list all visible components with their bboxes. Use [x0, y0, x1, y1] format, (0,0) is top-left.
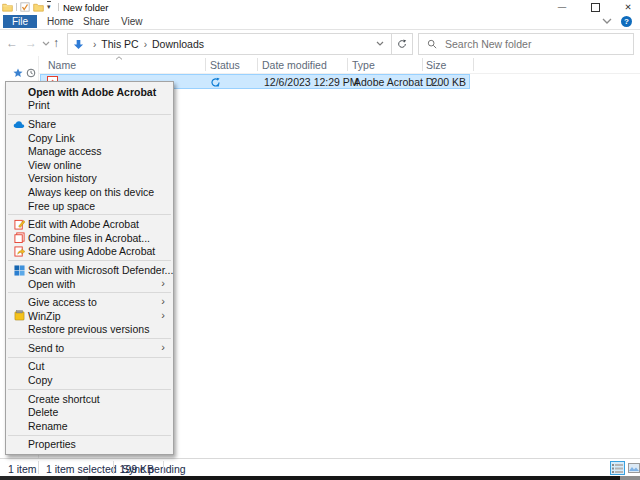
menu-item-label: Open with [28, 278, 75, 290]
forward-button[interactable]: → [25, 30, 37, 56]
acrobat-share-icon [13, 246, 25, 258]
up-button[interactable]: ↑ [53, 30, 59, 56]
menu-separator [8, 435, 171, 436]
details-view-button[interactable] [610, 461, 625, 475]
menu-item-open-with-adobe-acrobat[interactable]: Open with Adobe Acrobat [6, 85, 173, 99]
menu-item-share-using-adobe-acrobat[interactable]: Share using Adobe Acrobat [6, 245, 173, 259]
address-dropdown-chevron-icon[interactable] [376, 41, 384, 47]
menu-item-copy-link[interactable]: Copy Link [6, 131, 173, 145]
column-divider[interactable] [347, 58, 348, 71]
breadcrumb-separator: › [88, 39, 101, 50]
menu-item-version-history[interactable]: Version history [6, 172, 173, 186]
column-header-type[interactable]: Type [352, 59, 375, 71]
menu-item-open-with[interactable]: Open with › [6, 277, 173, 291]
menu-item-copy[interactable]: Copy [6, 373, 173, 387]
menu-item-restore-previous-versions[interactable]: Restore previous versions [6, 323, 173, 337]
close-icon: ✕ [624, 2, 631, 12]
tab-view[interactable]: View [112, 15, 152, 28]
column-header-row: Name Status Date modified Type Size [39, 56, 640, 74]
menu-item-free-up-space[interactable]: Free up space [6, 199, 173, 213]
menu-item-label: Always keep on this device [28, 186, 154, 198]
large-icons-view-button[interactable] [626, 461, 640, 475]
sync-pending-icon [210, 77, 221, 88]
quick-access-star-icon[interactable] [13, 68, 23, 78]
menu-item-label: View online [28, 159, 82, 171]
menu-item-label: Version history [28, 172, 97, 184]
close-button[interactable]: ✕ [612, 0, 640, 14]
status-bar: 1 item 1 item selected 199 KB Sync pendi… [0, 458, 640, 477]
qat-customize-icon[interactable]: ▾ [47, 1, 51, 11]
breadcrumb-this-pc[interactable]: This PC [101, 38, 138, 50]
address-bar-row: ← → ↑ › This PC › Downloads [0, 30, 640, 57]
minimize-button[interactable]: — [546, 0, 578, 14]
tab-file[interactable]: File [3, 15, 37, 28]
help-icon: ? [624, 17, 629, 26]
acrobat-edit-icon [13, 218, 25, 230]
menu-separator [8, 389, 171, 390]
submenu-arrow-icon: › [161, 309, 165, 321]
back-button[interactable]: ← [6, 30, 18, 56]
column-header-size[interactable]: Size [426, 59, 446, 71]
column-header-date-modified[interactable]: Date modified [262, 59, 327, 71]
search-input[interactable] [443, 37, 617, 51]
menu-item-label: Share using Adobe Acrobat [28, 245, 155, 257]
status-separator [113, 461, 114, 474]
menu-item-edit-with-adobe-acrobat[interactable]: Edit with Adobe Acrobat [6, 217, 173, 231]
address-bar[interactable]: › This PC › Downloads [67, 33, 392, 55]
menu-item-label: Manage access [28, 145, 102, 157]
search-box[interactable] [418, 33, 634, 55]
menu-item-label: Scan with Microsoft Defender... [28, 264, 173, 276]
search-icon [427, 39, 437, 49]
qat-new-folder-icon[interactable] [33, 2, 44, 12]
column-header-name[interactable]: Name [48, 59, 76, 71]
column-divider[interactable] [257, 58, 258, 71]
breadcrumb-separator: › [139, 39, 152, 50]
menu-item-label: Print [28, 99, 50, 111]
menu-item-label: WinZip [28, 310, 61, 322]
history-clock-icon[interactable] [26, 68, 36, 78]
help-button[interactable]: ? [621, 16, 632, 27]
column-divider[interactable] [205, 58, 206, 71]
defender-icon [13, 264, 25, 276]
menu-item-give-access-to[interactable]: Give access to › [6, 295, 173, 309]
column-header-status[interactable]: Status [210, 59, 240, 71]
breadcrumb-downloads[interactable]: Downloads [152, 38, 204, 50]
file-size: 200 KB [396, 76, 466, 88]
menu-item-delete[interactable]: Delete [6, 405, 173, 419]
menu-item-manage-access[interactable]: Manage access [6, 144, 173, 158]
qat-properties-icon[interactable] [20, 2, 30, 12]
sort-ascending-icon [115, 56, 123, 60]
menu-separator [8, 214, 171, 215]
menu-item-always-keep-on-this-device[interactable]: Always keep on this device [6, 185, 173, 199]
menu-item-combine-files-in-acrobat[interactable]: Combine files in Acrobat... [6, 231, 173, 245]
column-divider[interactable] [473, 58, 474, 71]
menu-item-view-online[interactable]: View online [6, 158, 173, 172]
menu-item-share[interactable]: Share [6, 117, 173, 131]
menu-item-create-shortcut[interactable]: Create shortcut [6, 392, 173, 406]
menu-item-winzip[interactable]: WinZip › [6, 309, 173, 323]
column-divider[interactable] [422, 58, 423, 71]
menu-item-label: Combine files in Acrobat... [28, 232, 150, 244]
menu-item-send-to[interactable]: Send to › [6, 341, 173, 355]
downloads-folder-icon [73, 39, 84, 50]
menu-item-print[interactable]: Print [6, 99, 173, 113]
tab-share-label: Share [83, 16, 110, 27]
winzip-icon [13, 310, 25, 322]
status-item-count: 1 item [8, 463, 37, 475]
refresh-button[interactable] [392, 33, 413, 55]
menu-item-rename[interactable]: Rename [6, 419, 173, 433]
menu-separator [8, 338, 171, 339]
recent-locations-chevron-icon[interactable] [42, 41, 50, 47]
refresh-icon [397, 39, 407, 49]
menu-item-label: Edit with Adobe Acrobat [28, 218, 139, 230]
window-title: New folder [63, 2, 108, 13]
maximize-button[interactable] [579, 0, 611, 14]
submenu-arrow-icon: › [161, 341, 165, 353]
titlebar-separator [58, 3, 59, 11]
menu-item-scan-with-microsoft-defender[interactable]: Scan with Microsoft Defender... [6, 263, 173, 277]
menu-item-cut[interactable]: Cut [6, 360, 173, 374]
title-bar: ▾ New folder — ✕ [0, 0, 640, 14]
menu-item-label: Open with Adobe Acrobat [28, 86, 156, 98]
expand-ribbon-chevron-icon[interactable] [602, 18, 612, 25]
menu-item-properties[interactable]: Properties [6, 438, 173, 452]
